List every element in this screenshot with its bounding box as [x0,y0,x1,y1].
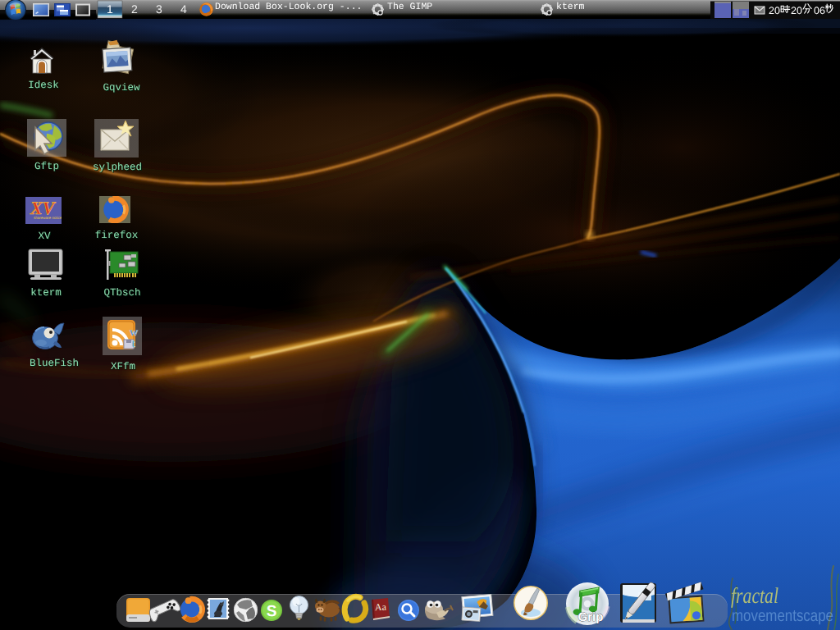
svg-text:Grip: Grip [578,610,604,624]
svg-text:1: 1 [107,2,113,16]
svg-text:20: 20 [791,5,802,16]
svg-text:w: w [130,326,139,339]
svg-text:movementscape: movementscape [732,607,833,625]
svg-text:Aa: Aa [375,601,387,614]
svg-text:3: 3 [156,2,162,16]
svg-text:t: t [131,338,135,350]
svg-text:shareware notice: shareware notice [34,216,62,220]
svg-text:S: S [267,603,277,620]
svg-text:4: 4 [180,2,187,16]
svg-text:2: 2 [131,2,138,16]
svg-text:06: 06 [814,5,825,16]
svg-text:20: 20 [769,5,780,16]
